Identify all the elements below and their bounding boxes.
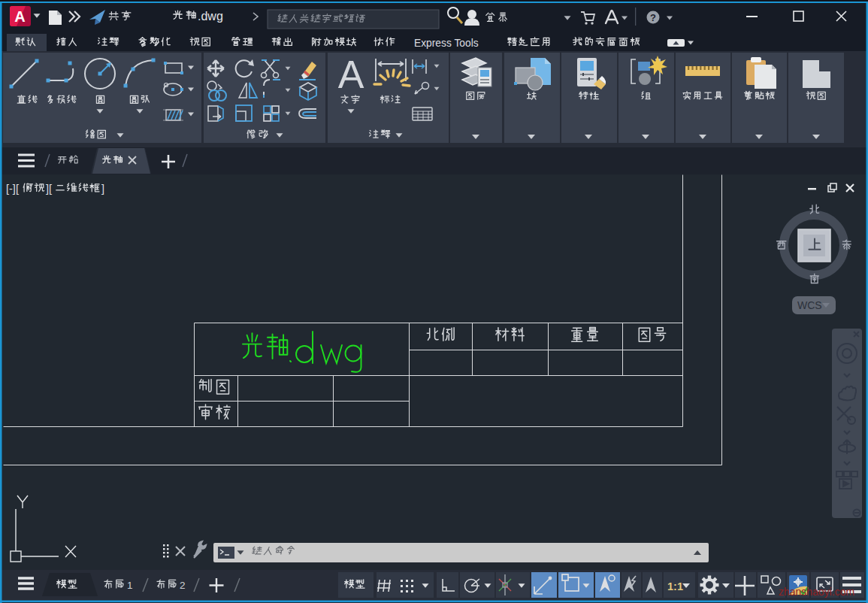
svg-text:2: 2 (180, 580, 186, 591)
svg-text:Express Tools: Express Tools (414, 38, 479, 49)
svg-text:.dwg: .dwg (198, 10, 223, 23)
svg-text:][: ][ (46, 183, 52, 195)
svg-text:zhanshaoyi.com: zhanshaoyi.com (779, 586, 854, 598)
svg-text:1: 1 (127, 580, 133, 591)
svg-text:]: ] (101, 183, 104, 195)
svg-text:[-][: [-][ (6, 183, 19, 195)
svg-text:A: A (14, 8, 25, 25)
svg-text:WCS: WCS (797, 299, 822, 311)
svg-text:1:1: 1:1 (667, 580, 683, 592)
svg-text:?: ? (650, 12, 656, 23)
svg-text:A: A (338, 53, 364, 96)
